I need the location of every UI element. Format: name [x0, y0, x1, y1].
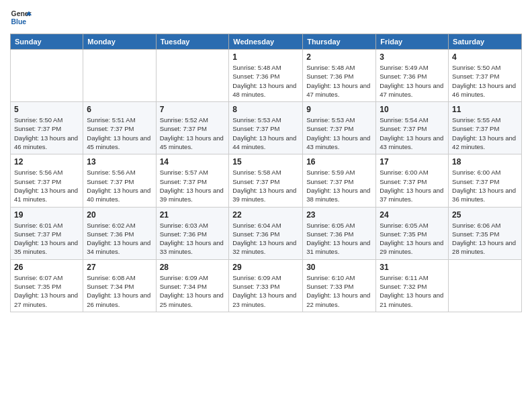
day-number: 20: [87, 210, 152, 220]
day-number: 8: [232, 105, 299, 114]
weekday-thursday: Thursday: [303, 34, 376, 50]
day-number: 1: [232, 52, 299, 62]
calendar-cell: 4Sunrise: 5:50 AMSunset: 7:37 PMDaylight…: [449, 50, 522, 102]
day-info: Sunrise: 6:09 AMSunset: 7:34 PMDaylight:…: [160, 273, 226, 309]
day-number: 7: [160, 105, 226, 114]
day-info: Sunrise: 6:01 AMSunset: 7:37 PMDaylight:…: [14, 221, 79, 257]
calendar-cell: 11Sunrise: 5:55 AMSunset: 7:37 PMDayligh…: [449, 102, 522, 154]
day-info: Sunrise: 5:51 AMSunset: 7:37 PMDaylight:…: [87, 116, 152, 151]
weekday-saturday: Saturday: [449, 34, 522, 50]
calendar-cell: 29Sunrise: 6:09 AMSunset: 7:33 PMDayligh…: [229, 259, 303, 312]
day-number: 5: [14, 105, 79, 114]
day-number: 9: [306, 105, 372, 114]
day-number: 15: [232, 157, 299, 167]
day-info: Sunrise: 6:00 AMSunset: 7:37 PMDaylight:…: [452, 168, 518, 203]
weekday-sunday: Sunday: [11, 34, 83, 50]
day-info: Sunrise: 6:02 AMSunset: 7:36 PMDaylight:…: [87, 221, 152, 257]
logo: General Blue: [10, 7, 34, 28]
day-info: Sunrise: 6:05 AMSunset: 7:36 PMDaylight:…: [306, 221, 372, 257]
calendar-cell: 20Sunrise: 6:02 AMSunset: 7:36 PMDayligh…: [83, 207, 156, 259]
day-info: Sunrise: 6:03 AMSunset: 7:36 PMDaylight:…: [160, 221, 226, 257]
day-number: 16: [306, 157, 372, 167]
day-info: Sunrise: 5:48 AMSunset: 7:36 PMDaylight:…: [232, 63, 299, 99]
weekday-wednesday: Wednesday: [229, 34, 303, 50]
calendar-cell: [156, 50, 229, 102]
calendar-cell: 9Sunrise: 5:53 AMSunset: 7:37 PMDaylight…: [303, 102, 376, 154]
calendar-week-row: 5Sunrise: 5:50 AMSunset: 7:37 PMDaylight…: [11, 102, 522, 154]
calendar-cell: 27Sunrise: 6:08 AMSunset: 7:34 PMDayligh…: [83, 259, 156, 312]
day-number: 26: [14, 263, 79, 272]
day-info: Sunrise: 5:55 AMSunset: 7:37 PMDaylight:…: [452, 116, 518, 151]
day-info: Sunrise: 5:49 AMSunset: 7:36 PMDaylight:…: [380, 63, 445, 99]
calendar-cell: 13Sunrise: 5:56 AMSunset: 7:37 PMDayligh…: [83, 154, 156, 207]
day-number: 18: [452, 157, 518, 167]
calendar-cell: 12Sunrise: 5:56 AMSunset: 7:37 PMDayligh…: [11, 154, 83, 207]
calendar-cell: 22Sunrise: 6:04 AMSunset: 7:36 PMDayligh…: [229, 207, 303, 259]
day-number: 23: [306, 210, 372, 220]
day-info: Sunrise: 6:11 AMSunset: 7:32 PMDaylight:…: [380, 273, 445, 309]
day-info: Sunrise: 5:59 AMSunset: 7:37 PMDaylight:…: [306, 168, 372, 203]
day-number: 25: [452, 210, 518, 220]
calendar-cell: 28Sunrise: 6:09 AMSunset: 7:34 PMDayligh…: [156, 259, 229, 312]
day-info: Sunrise: 5:53 AMSunset: 7:37 PMDaylight:…: [306, 116, 372, 151]
day-number: 19: [14, 210, 79, 220]
day-number: 27: [87, 263, 152, 272]
day-info: Sunrise: 6:08 AMSunset: 7:34 PMDaylight:…: [87, 273, 152, 309]
calendar-cell: 14Sunrise: 5:57 AMSunset: 7:37 PMDayligh…: [156, 154, 229, 207]
day-number: 3: [380, 52, 445, 62]
calendar-cell: [11, 50, 83, 102]
calendar-cell: 19Sunrise: 6:01 AMSunset: 7:37 PMDayligh…: [11, 207, 83, 259]
day-info: Sunrise: 6:05 AMSunset: 7:35 PMDaylight:…: [380, 221, 445, 257]
calendar-week-row: 12Sunrise: 5:56 AMSunset: 7:37 PMDayligh…: [11, 154, 522, 207]
weekday-monday: Monday: [83, 34, 156, 50]
day-info: Sunrise: 6:07 AMSunset: 7:35 PMDaylight:…: [14, 273, 79, 309]
calendar-cell: 1Sunrise: 5:48 AMSunset: 7:36 PMDaylight…: [229, 50, 303, 102]
day-info: Sunrise: 5:48 AMSunset: 7:36 PMDaylight:…: [306, 63, 372, 99]
day-number: 30: [306, 263, 372, 272]
day-number: 28: [160, 263, 226, 272]
day-info: Sunrise: 5:56 AMSunset: 7:37 PMDaylight:…: [14, 168, 79, 203]
day-info: Sunrise: 6:09 AMSunset: 7:33 PMDaylight:…: [232, 273, 299, 309]
svg-text:Blue: Blue: [11, 18, 27, 26]
calendar-cell: 5Sunrise: 5:50 AMSunset: 7:37 PMDaylight…: [11, 102, 83, 154]
calendar-cell: 3Sunrise: 5:49 AMSunset: 7:36 PMDaylight…: [376, 50, 449, 102]
day-number: 2: [306, 52, 372, 62]
day-number: 17: [380, 157, 445, 167]
day-number: 4: [452, 52, 518, 62]
day-number: 22: [232, 210, 299, 220]
day-number: 13: [87, 157, 152, 167]
calendar-cell: 16Sunrise: 5:59 AMSunset: 7:37 PMDayligh…: [303, 154, 376, 207]
weekday-tuesday: Tuesday: [156, 34, 229, 50]
calendar-cell: 30Sunrise: 6:10 AMSunset: 7:33 PMDayligh…: [303, 259, 376, 312]
calendar-cell: 26Sunrise: 6:07 AMSunset: 7:35 PMDayligh…: [11, 259, 83, 312]
day-info: Sunrise: 5:57 AMSunset: 7:37 PMDaylight:…: [160, 168, 226, 203]
calendar-cell: 8Sunrise: 5:53 AMSunset: 7:37 PMDaylight…: [229, 102, 303, 154]
day-info: Sunrise: 5:52 AMSunset: 7:37 PMDaylight:…: [160, 116, 226, 151]
page: General Blue SundayMondayTuesdayWednesda…: [0, 0, 532, 411]
calendar-cell: 31Sunrise: 6:11 AMSunset: 7:32 PMDayligh…: [376, 259, 449, 312]
calendar-week-row: 1Sunrise: 5:48 AMSunset: 7:36 PMDaylight…: [11, 50, 522, 102]
day-number: 14: [160, 157, 226, 167]
calendar-table: SundayMondayTuesdayWednesdayThursdayFrid…: [10, 34, 522, 312]
calendar-cell: 18Sunrise: 6:00 AMSunset: 7:37 PMDayligh…: [449, 154, 522, 207]
day-info: Sunrise: 5:53 AMSunset: 7:37 PMDaylight:…: [232, 116, 299, 151]
day-number: 29: [232, 263, 299, 272]
weekday-header-row: SundayMondayTuesdayWednesdayThursdayFrid…: [11, 34, 522, 50]
logo-icon: General Blue: [10, 7, 32, 28]
day-number: 10: [380, 105, 445, 114]
day-number: 31: [380, 263, 445, 272]
day-info: Sunrise: 6:04 AMSunset: 7:36 PMDaylight:…: [232, 221, 299, 257]
calendar-cell: 24Sunrise: 6:05 AMSunset: 7:35 PMDayligh…: [376, 207, 449, 259]
calendar-cell: 10Sunrise: 5:54 AMSunset: 7:37 PMDayligh…: [376, 102, 449, 154]
calendar-cell: 2Sunrise: 5:48 AMSunset: 7:36 PMDaylight…: [303, 50, 376, 102]
day-info: Sunrise: 6:06 AMSunset: 7:35 PMDaylight:…: [452, 221, 518, 257]
calendar-cell: 25Sunrise: 6:06 AMSunset: 7:35 PMDayligh…: [449, 207, 522, 259]
day-number: 12: [14, 157, 79, 167]
day-number: 6: [87, 105, 152, 114]
calendar-cell: 17Sunrise: 6:00 AMSunset: 7:37 PMDayligh…: [376, 154, 449, 207]
calendar-cell: 6Sunrise: 5:51 AMSunset: 7:37 PMDaylight…: [83, 102, 156, 154]
day-info: Sunrise: 6:00 AMSunset: 7:37 PMDaylight:…: [380, 168, 445, 203]
calendar-cell: [83, 50, 156, 102]
calendar-cell: 23Sunrise: 6:05 AMSunset: 7:36 PMDayligh…: [303, 207, 376, 259]
weekday-friday: Friday: [376, 34, 449, 50]
